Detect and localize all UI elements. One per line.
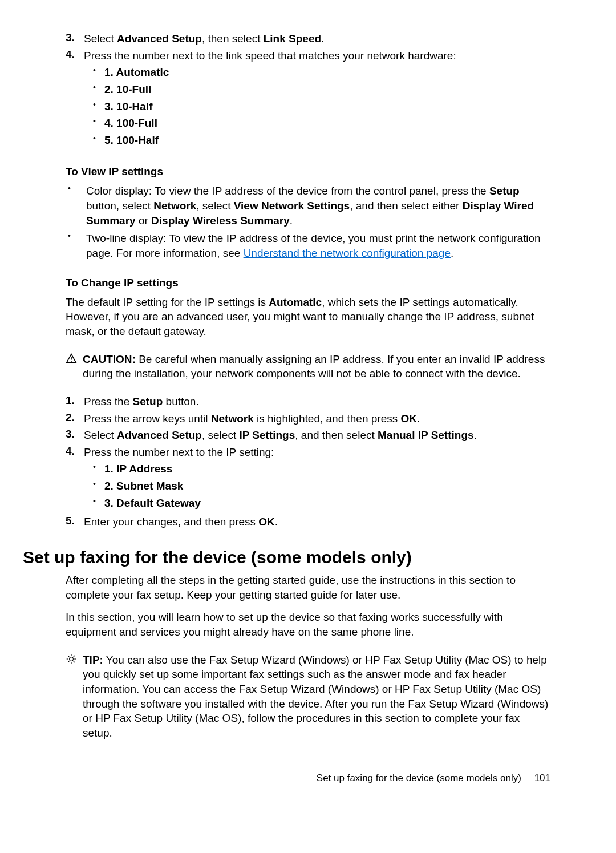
option-label: 2. Subnet Mask	[104, 479, 183, 494]
text: button.	[163, 395, 198, 407]
text: The default IP setting for the IP settin…	[66, 296, 269, 308]
page-footer: Set up faxing for the device (some model…	[66, 773, 550, 784]
sub-list: 1. IP Address 2. Subnet Mask 3. Default …	[84, 462, 550, 510]
caution-label: CAUTION:	[83, 353, 136, 365]
bold-text: View Network Settings	[234, 200, 350, 212]
text: , select	[196, 200, 233, 212]
list-item: 1. Press the Setup button.	[66, 394, 550, 409]
bold-text: Network	[211, 413, 254, 425]
list-content: Press the number next to the IP setting:…	[84, 445, 550, 513]
intro-numbered-list: 3. Select Advanced Setup, then select Li…	[66, 31, 550, 149]
text: .	[417, 413, 420, 425]
sub-item: 1. IP Address	[84, 462, 550, 476]
list-number: 1.	[66, 394, 84, 409]
text: .	[275, 516, 278, 528]
option-label: 3. 10-Half	[104, 99, 152, 114]
list-item: 3. Select Advanced Setup, then select Li…	[66, 31, 550, 46]
change-ip-steps: 1. Press the Setup button. 2. Press the …	[66, 394, 550, 529]
text: Select	[84, 429, 117, 441]
bold-text: OK	[401, 413, 418, 425]
bold-text: Network	[153, 200, 196, 212]
list-content: Press the number next to the link speed …	[84, 48, 550, 150]
bold-text: Display Wireless Summary	[151, 215, 290, 227]
option-label: 1. Automatic	[104, 65, 169, 80]
text: .	[474, 429, 477, 441]
option-label: 3. Default Gateway	[104, 496, 201, 511]
bullet-content: Color display: To view the IP address of…	[86, 184, 550, 228]
text: , and then select	[295, 429, 378, 441]
text: .	[321, 33, 324, 45]
sub-item: 1. Automatic	[84, 65, 550, 80]
list-number: 3.	[66, 428, 84, 443]
list-item: 2. Press the arrow keys until Network is…	[66, 411, 550, 426]
bold-text: Link Speed	[264, 33, 321, 45]
list-content: Select Advanced Setup, select IP Setting…	[84, 428, 550, 443]
text: Press the number next to the link speed …	[84, 50, 456, 62]
option-label: 5. 100-Half	[104, 133, 159, 148]
fax-paragraph-2: In this section, you will learn how to s…	[66, 610, 550, 639]
option-label: 2. 10-Full	[104, 82, 151, 97]
list-content: Press the arrow keys until Network is hi…	[84, 411, 550, 426]
sub-item: 3. Default Gateway	[84, 496, 550, 511]
tip-text: You can also use the Fax Setup Wizard (W…	[83, 654, 548, 739]
bold-text: Advanced Setup	[117, 429, 202, 441]
bullet-content: Two-line display: To view the IP address…	[86, 231, 550, 260]
tip-label: TIP:	[83, 654, 103, 666]
list-content: Press the Setup button.	[84, 394, 550, 409]
caution-text: Be careful when manually assigning an IP…	[83, 353, 545, 380]
caution-body: CAUTION: Be careful when manually assign…	[83, 352, 550, 381]
list-item: 4. Press the number next to the link spe…	[66, 48, 550, 150]
bullet-item: Color display: To view the IP address of…	[66, 184, 550, 228]
sub-item: 5. 100-Half	[84, 133, 550, 148]
view-ip-heading: To View IP settings	[66, 165, 550, 178]
bold-text: IP Settings	[239, 429, 295, 441]
svg-line-9	[68, 661, 69, 662]
bold-text: Manual IP Settings	[378, 429, 474, 441]
svg-line-8	[74, 661, 75, 662]
text: button, select	[86, 200, 153, 212]
option-label: 1. IP Address	[104, 462, 172, 476]
text: Color display: To view the IP address of…	[86, 185, 489, 197]
text: , select	[202, 429, 239, 441]
svg-point-1	[71, 361, 72, 362]
change-ip-paragraph: The default IP setting for the IP settin…	[66, 295, 550, 339]
svg-point-2	[70, 657, 74, 661]
sub-list: 1. Automatic 2. 10-Full 3. 10-Half 4. 10…	[84, 65, 550, 147]
bold-text: Setup	[489, 185, 520, 197]
tip-callout: TIP: You can also use the Fax Setup Wiza…	[66, 648, 550, 746]
text: , then select	[202, 33, 264, 45]
view-ip-list: Color display: To view the IP address of…	[66, 184, 550, 260]
tip-body: TIP: You can also use the Fax Setup Wiza…	[83, 653, 550, 741]
bold-text: OK	[258, 516, 275, 528]
network-config-link[interactable]: Understand the network configuration pag…	[244, 247, 451, 259]
option-label: 4. 100-Full	[104, 116, 157, 131]
text: or	[136, 215, 151, 227]
bold-text: Automatic	[269, 296, 322, 308]
text: Press the number next to the IP setting:	[84, 446, 274, 458]
list-number: 4.	[66, 48, 84, 150]
bold-text: Advanced Setup	[117, 33, 202, 45]
fax-paragraph-1: After completing all the steps in the ge…	[66, 573, 550, 602]
change-ip-heading: To Change IP settings	[66, 277, 550, 289]
list-item: 5. Enter your changes, and then press OK…	[66, 515, 550, 529]
list-number: 3.	[66, 31, 84, 46]
bold-text: Setup	[133, 395, 163, 407]
text: Press the	[84, 395, 133, 407]
sub-item: 4. 100-Full	[84, 116, 550, 131]
page-number: 101	[534, 773, 550, 783]
sub-item: 2. 10-Full	[84, 82, 550, 97]
caution-callout: CAUTION: Be careful when manually assign…	[66, 347, 550, 386]
text: .	[290, 215, 293, 227]
list-number: 5.	[66, 515, 84, 529]
text: .	[451, 247, 453, 259]
list-item: 4. Press the number next to the IP setti…	[66, 445, 550, 513]
svg-line-10	[74, 656, 75, 657]
list-number: 2.	[66, 411, 84, 426]
text: is highlighted, and then press	[254, 413, 401, 425]
fax-section-heading: Set up faxing for the device (some model…	[23, 548, 550, 567]
sub-item: 2. Subnet Mask	[84, 479, 550, 494]
svg-line-7	[68, 656, 69, 657]
text: Enter your changes, and then press	[84, 516, 258, 528]
list-content: Enter your changes, and then press OK.	[84, 515, 550, 529]
text: Press the arrow keys until	[84, 413, 211, 425]
